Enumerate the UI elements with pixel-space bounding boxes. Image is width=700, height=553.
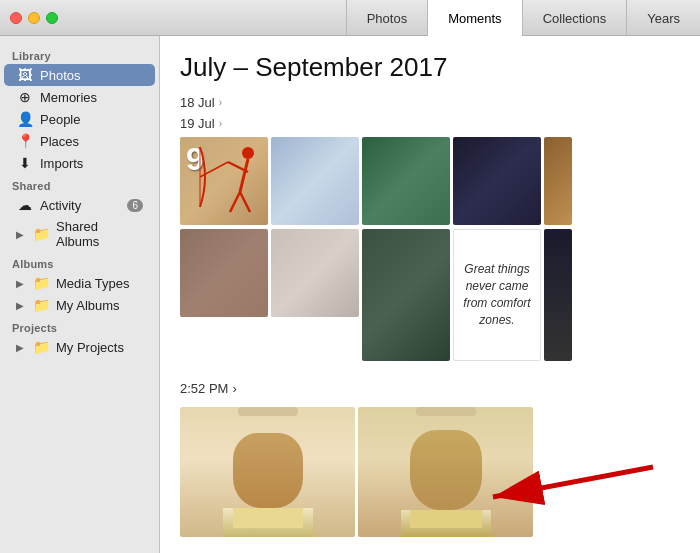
memories-icon: ⊕ — [16, 89, 34, 105]
tab-years[interactable]: Years — [626, 0, 700, 36]
imports-icon: ⬇ — [16, 155, 34, 171]
minimize-button[interactable] — [28, 12, 40, 24]
selfie-section — [180, 407, 533, 537]
tab-photos[interactable]: Photos — [346, 0, 427, 36]
svg-point-0 — [242, 147, 254, 159]
main-layout: Library 🖼 Photos ⊕ Memories 👤 People 📍 P… — [0, 36, 700, 553]
activity-icon: ☁ — [16, 197, 34, 213]
photo-thumb[interactable] — [271, 137, 359, 225]
tab-collections[interactable]: Collections — [522, 0, 627, 36]
my-projects-arrow: ▶ — [16, 342, 24, 353]
close-button[interactable] — [10, 12, 22, 24]
window-controls — [0, 12, 58, 24]
photo-thumb-partial-tall[interactable] — [544, 229, 572, 361]
tabs-nav: Photos Moments Collections Years — [346, 0, 700, 36]
chevron-icon: › — [219, 118, 222, 129]
photo-thumb[interactable] — [362, 229, 450, 361]
sidebar-item-my-albums[interactable]: ▶ 📁 My Albums — [4, 294, 155, 316]
places-icon: 📍 — [16, 133, 34, 149]
svg-line-2 — [230, 192, 240, 212]
sidebar-item-photos[interactable]: 🖼 Photos — [4, 64, 155, 86]
content-area: July – September 2017 18 Jul › 19 Jul › … — [160, 36, 700, 553]
albums-section-label: Albums — [0, 252, 159, 272]
sidebar-label-imports: Imports — [40, 156, 83, 171]
sidebar-label-people: People — [40, 112, 80, 127]
svg-line-3 — [240, 192, 250, 212]
sidebar-item-my-projects[interactable]: ▶ 📁 My Projects — [4, 336, 155, 358]
page-title: July – September 2017 — [180, 52, 680, 83]
photo-thumb[interactable] — [180, 229, 268, 317]
sidebar-label-places: Places — [40, 134, 79, 149]
title-bar: Photos Moments Collections Years — [0, 0, 700, 36]
moment-date-19jul[interactable]: 19 Jul › — [180, 116, 680, 131]
photo-thumb[interactable]: 9 — [180, 137, 268, 225]
sidebar-label-shared-albums: Shared Albums — [56, 219, 143, 249]
svg-line-1 — [240, 159, 248, 192]
photo-thumb[interactable] — [362, 137, 450, 225]
sidebar-label-photos: Photos — [40, 68, 80, 83]
shared-albums-icon: 📁 — [32, 226, 50, 242]
sidebar-item-shared-albums[interactable]: ▶ 📁 Shared Albums — [4, 216, 155, 252]
shared-section-label: Shared — [0, 174, 159, 194]
photo-thumb-quote-card[interactable]: Great things never came from comfort zon… — [453, 229, 541, 361]
quote-text: Great things never came from comfort zon… — [462, 261, 532, 328]
photo-grid-row2: Great things never came from comfort zon… — [180, 229, 680, 361]
sidebar-label-activity: Activity — [40, 198, 81, 213]
maximize-button[interactable] — [46, 12, 58, 24]
tab-moments[interactable]: Moments — [427, 0, 521, 36]
moment-section-july: 18 Jul › 19 Jul › 9 — [180, 95, 680, 361]
projects-section-label: Projects — [0, 316, 159, 336]
photo-thumb-partial[interactable] — [544, 137, 572, 225]
sidebar: Library 🖼 Photos ⊕ Memories 👤 People 📍 P… — [0, 36, 160, 553]
shared-albums-arrow: ▶ — [16, 229, 24, 240]
photo-thumb[interactable] — [453, 137, 541, 225]
my-albums-arrow: ▶ — [16, 300, 24, 311]
sidebar-item-imports[interactable]: ⬇ Imports — [4, 152, 155, 174]
stick-figure-icon — [180, 137, 268, 225]
sidebar-label-media-types: Media Types — [56, 276, 129, 291]
sidebar-label-my-albums: My Albums — [56, 298, 120, 313]
selfie-grid — [180, 407, 533, 537]
activity-badge: 6 — [127, 199, 143, 212]
sidebar-item-media-types[interactable]: ▶ 📁 Media Types — [4, 272, 155, 294]
media-types-icon: 📁 — [32, 275, 50, 291]
my-albums-icon: 📁 — [32, 297, 50, 313]
my-projects-icon: 📁 — [32, 339, 50, 355]
sidebar-item-places[interactable]: 📍 Places — [4, 130, 155, 152]
sidebar-item-activity[interactable]: ☁ Activity 6 — [4, 194, 155, 216]
photo-thumb[interactable] — [271, 229, 359, 317]
sidebar-label-my-projects: My Projects — [56, 340, 124, 355]
moment-date-18jul[interactable]: 18 Jul › — [180, 95, 680, 110]
photo-grid-row1: 9 — [180, 137, 680, 225]
sidebar-label-memories: Memories — [40, 90, 97, 105]
people-icon: 👤 — [16, 111, 34, 127]
time-label[interactable]: 2:52 PM › — [180, 381, 680, 396]
media-types-arrow: ▶ — [16, 278, 24, 289]
photos-icon: 🖼 — [16, 67, 34, 83]
chevron-icon: › — [219, 97, 222, 108]
sidebar-item-memories[interactable]: ⊕ Memories — [4, 86, 155, 108]
time-chevron-icon: › — [232, 381, 236, 396]
selfie-photo-2[interactable] — [358, 407, 533, 537]
library-section-label: Library — [0, 44, 159, 64]
selfie-photo-1[interactable] — [180, 407, 355, 537]
sidebar-item-people[interactable]: 👤 People — [4, 108, 155, 130]
